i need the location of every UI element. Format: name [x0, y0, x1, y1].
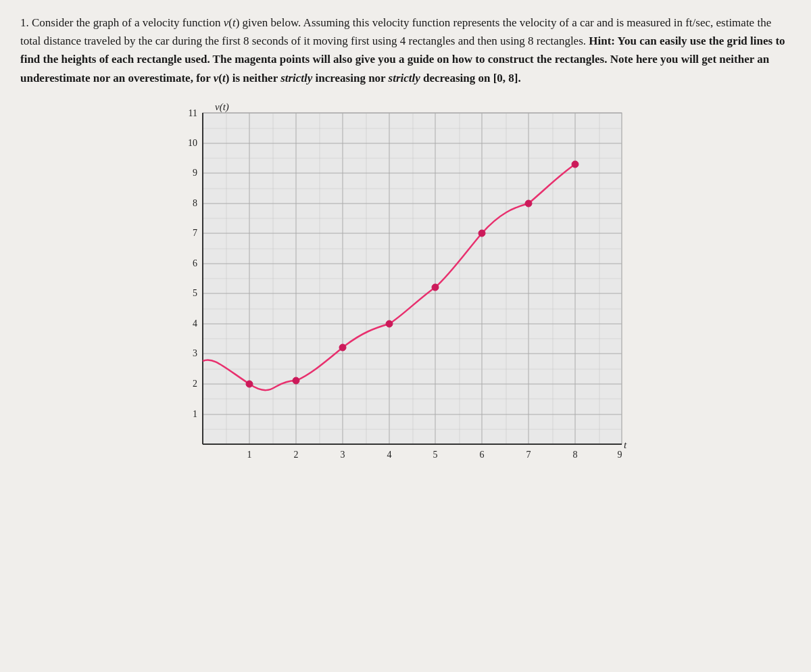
problem-text: 1. Consider the graph of a velocity func… — [20, 14, 791, 87]
problem-number: 1. — [20, 16, 32, 29]
x-axis-title: t — [624, 439, 627, 450]
svg-text:4: 4 — [387, 450, 392, 460]
svg-text:2: 2 — [294, 450, 299, 460]
svg-text:11: 11 — [189, 108, 197, 118]
magenta-point-5 — [432, 284, 439, 291]
svg-text:1: 1 — [247, 450, 252, 460]
svg-text:6: 6 — [193, 258, 197, 268]
magenta-point-2 — [293, 377, 299, 384]
svg-text:8: 8 — [193, 198, 197, 208]
svg-text:4: 4 — [193, 318, 197, 329]
svg-text:7: 7 — [193, 228, 197, 238]
svg-text:5: 5 — [433, 450, 438, 460]
y-axis-title: v(t) — [215, 101, 229, 113]
svg-text:9: 9 — [193, 168, 197, 178]
magenta-point-1 — [246, 381, 253, 387]
svg-text:2: 2 — [193, 379, 197, 389]
magenta-point-7 — [525, 200, 532, 207]
svg-text:5: 5 — [193, 288, 197, 298]
svg-text:8: 8 — [573, 450, 578, 460]
problem-container: 1. Consider the graph of a velocity func… — [20, 14, 791, 505]
chart-container: 1 2 3 4 5 6 7 8 9 10 11 1 2 3 4 5 6 7 — [20, 99, 791, 505]
velocity-chart: 1 2 3 4 5 6 7 8 9 10 11 1 2 3 4 5 6 7 — [162, 99, 649, 505]
magenta-point-4 — [386, 320, 393, 327]
svg-text:3: 3 — [341, 450, 345, 460]
svg-text:1: 1 — [193, 409, 197, 419]
svg-text:6: 6 — [480, 450, 485, 460]
magenta-point-3 — [339, 344, 346, 351]
magenta-point-6 — [478, 230, 485, 237]
magenta-point-8 — [572, 161, 579, 168]
svg-text:7: 7 — [526, 450, 531, 460]
svg-text:3: 3 — [193, 348, 197, 358]
svg-text:10: 10 — [188, 138, 197, 148]
x-axis-labels: 1 2 3 4 5 6 7 8 9 — [247, 450, 622, 460]
svg-text:9: 9 — [618, 450, 622, 460]
y-axis-labels: 1 2 3 4 5 6 7 8 9 10 11 — [188, 108, 197, 419]
